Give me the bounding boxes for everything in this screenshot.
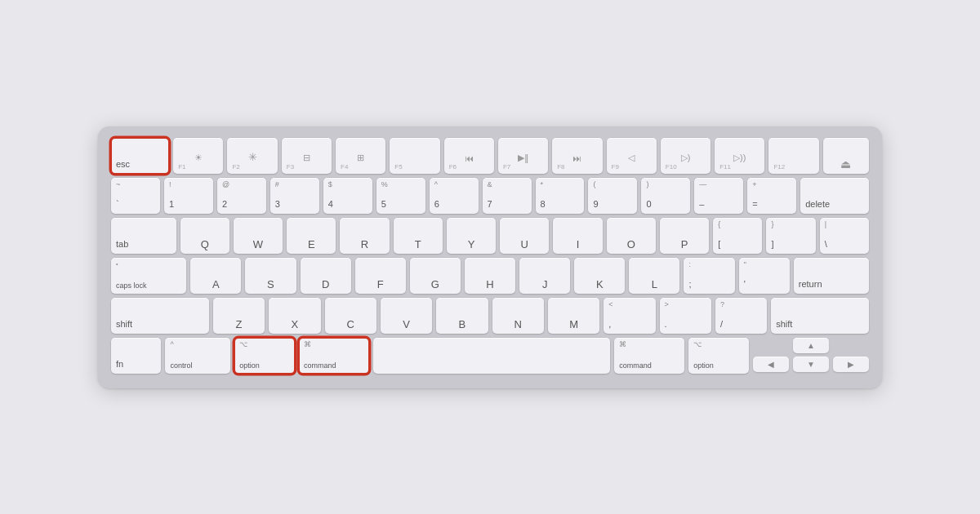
fn-row: esc ☀ F1 ✳ F2 ⊟ F3 ⊞ F4 F5 ⏮ F6 ▶‖ F7 (111, 138, 869, 174)
key-f2[interactable]: ✳ F2 (227, 138, 277, 174)
key-6[interactable]: ^ 6 (430, 178, 479, 214)
key-h[interactable]: H (465, 258, 515, 294)
key-option-left[interactable]: ⌥ option (234, 338, 295, 374)
key-e[interactable]: E (287, 218, 336, 254)
key-f5[interactable]: F5 (390, 138, 439, 174)
key-arrow-right-placeholder (833, 338, 869, 354)
key-option-right[interactable]: ⌥ option (688, 338, 749, 374)
key-q[interactable]: Q (180, 218, 229, 254)
key-t[interactable]: T (394, 218, 443, 254)
key-shift-left[interactable]: shift (111, 298, 209, 334)
key-minus[interactable]: — – (694, 178, 743, 214)
key-f6[interactable]: ⏮ F6 (444, 138, 494, 174)
key-esc[interactable]: esc (111, 138, 169, 174)
key-arrow-left[interactable]: ◀ (753, 357, 789, 372)
key-arrow-right[interactable]: ▶ (833, 357, 869, 372)
key-k[interactable]: K (574, 258, 625, 294)
key-arrow-left-placeholder (753, 338, 789, 354)
key-z[interactable]: Z (213, 298, 265, 334)
key-o[interactable]: O (607, 218, 656, 254)
key-comma[interactable]: < , (604, 298, 655, 334)
key-backslash[interactable]: | \ (820, 218, 869, 254)
key-0[interactable]: ) 0 (641, 178, 690, 214)
arrow-top: ▲ (753, 338, 869, 354)
key-7[interactable]: & 7 (483, 178, 532, 214)
key-return[interactable]: return (794, 258, 869, 294)
key-2[interactable]: @ 2 (217, 178, 266, 214)
key-3[interactable]: # 3 (270, 178, 319, 214)
esc-label: esc (116, 159, 130, 170)
key-equals[interactable]: + = (747, 178, 796, 214)
key-quote[interactable]: " ' (739, 258, 790, 294)
key-bracket-r[interactable]: } ] (766, 218, 815, 254)
key-w[interactable]: W (234, 218, 283, 254)
key-period[interactable]: > . (660, 298, 711, 334)
key-n[interactable]: N (492, 298, 544, 334)
zxcv-row: shift Z X C V B N M < , > . ? / shift (111, 298, 869, 334)
key-u[interactable]: U (500, 218, 549, 254)
key-j[interactable]: J (519, 258, 570, 294)
key-v[interactable]: V (381, 298, 432, 334)
arrow-cluster: ▲ ◀ ▼ ▶ (753, 338, 869, 374)
key-tilde[interactable]: ~ ` (111, 178, 160, 214)
key-i[interactable]: I (553, 218, 602, 254)
key-a[interactable]: A (190, 258, 241, 294)
key-g[interactable]: G (410, 258, 461, 294)
key-s[interactable]: S (245, 258, 296, 294)
key-c[interactable]: C (325, 298, 376, 334)
key-f[interactable]: F (355, 258, 406, 294)
bottom-row: fn ^ control ⌥ option ⌘ command ⌘ comman… (111, 338, 869, 374)
key-control[interactable]: ^ control (165, 338, 230, 374)
key-delete[interactable]: delete (800, 178, 869, 214)
key-y[interactable]: Y (447, 218, 496, 254)
key-fn[interactable]: fn (111, 338, 161, 374)
qwerty-row: tab Q W E R T Y U I O P { [ } ] | \ (111, 218, 869, 254)
key-r[interactable]: R (340, 218, 389, 254)
asdf-row: • caps lock A S D F G H J K L : ; " ' re… (111, 258, 869, 294)
key-x[interactable]: X (269, 298, 320, 334)
key-d[interactable]: D (301, 258, 351, 294)
number-row: ~ ` ! 1 @ 2 # 3 $ 4 % 5 ^ 6 & 7 (111, 178, 869, 214)
key-f3[interactable]: ⊟ F3 (282, 138, 332, 174)
key-space[interactable] (373, 338, 610, 374)
key-f12[interactable]: F12 (768, 138, 818, 174)
key-f4[interactable]: ⊞ F4 (336, 138, 385, 174)
key-arrow-down[interactable]: ▼ (793, 357, 829, 372)
key-l[interactable]: L (629, 258, 679, 294)
key-1[interactable]: ! 1 (164, 178, 213, 214)
key-5[interactable]: % 5 (376, 178, 425, 214)
key-f10[interactable]: ▷) F10 (661, 138, 710, 174)
key-f7[interactable]: ▶‖ F7 (498, 138, 548, 174)
key-eject[interactable]: ⏏ (823, 138, 869, 174)
key-caps-lock[interactable]: • caps lock (111, 258, 186, 294)
arrow-bottom: ◀ ▼ ▶ (753, 357, 869, 372)
key-m[interactable]: M (548, 298, 599, 334)
key-f11[interactable]: ▷)) F11 (715, 138, 764, 174)
key-f8[interactable]: ⏭ F8 (552, 138, 602, 174)
key-tab[interactable]: tab (111, 218, 176, 254)
key-semicolon[interactable]: : ; (684, 258, 734, 294)
key-4[interactable]: $ 4 (323, 178, 372, 214)
key-arrow-up[interactable]: ▲ (793, 338, 829, 353)
key-9[interactable]: ( 9 (588, 178, 637, 214)
key-f1[interactable]: ☀ F1 (173, 138, 223, 174)
key-slash[interactable]: ? / (715, 298, 767, 334)
key-shift-right[interactable]: shift (771, 298, 869, 334)
key-f9[interactable]: ◁ F9 (607, 138, 657, 174)
key-bracket-l[interactable]: { [ (713, 218, 762, 254)
key-b[interactable]: B (436, 298, 488, 334)
key-command-right[interactable]: ⌘ command (614, 338, 684, 374)
keyboard: esc ☀ F1 ✳ F2 ⊟ F3 ⊞ F4 F5 ⏮ F6 ▶‖ F7 (98, 126, 882, 388)
key-command-left[interactable]: ⌘ command (299, 338, 369, 374)
key-p[interactable]: P (660, 218, 709, 254)
key-8[interactable]: * 8 (536, 178, 585, 214)
